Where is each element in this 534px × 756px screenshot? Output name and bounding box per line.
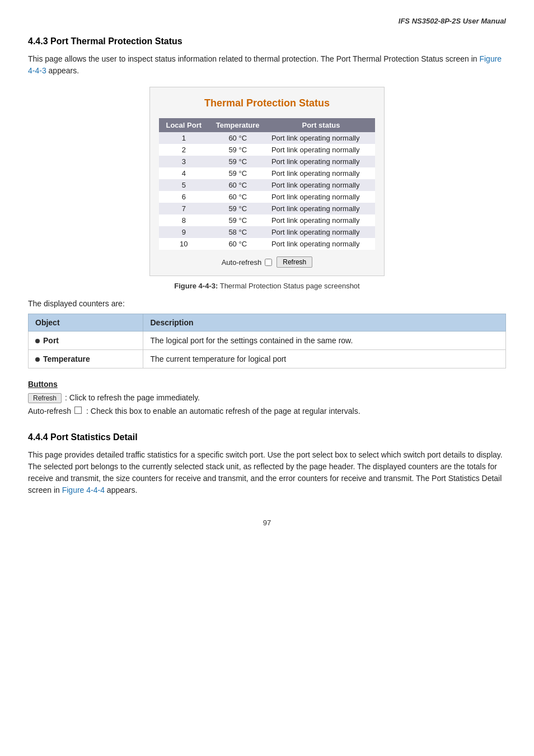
autorefresh-desc-text: : Check this box to enable an automatic … xyxy=(86,407,360,416)
table-row: 4 59 °C Port link operating normally xyxy=(159,167,375,179)
cell-port: 8 xyxy=(159,214,209,226)
refresh-row: Auto-refresh Refresh xyxy=(159,256,375,268)
cell-status: Port link operating normally xyxy=(267,238,375,250)
cell-port: 7 xyxy=(159,203,209,214)
cell-status: Port link operating normally xyxy=(267,132,375,144)
table-row: 7 59 °C Port link operating normally xyxy=(159,203,375,214)
figure-caption-text: Thermal Protection Status page screensho… xyxy=(220,282,360,290)
figure-caption: Figure 4-4-3: Thermal Protection Status … xyxy=(28,282,506,290)
cell-port: 5 xyxy=(159,179,209,191)
table-row: 10 60 °C Port link operating normally xyxy=(159,238,375,250)
desc-table-row: Port The logical port for the settings c… xyxy=(29,332,506,350)
table-row: 3 59 °C Port link operating normally xyxy=(159,156,375,167)
section-443-intro: This page allows the user to inspect sta… xyxy=(28,53,506,77)
cell-port: 1 xyxy=(159,132,209,144)
cell-temp: 59 °C xyxy=(209,214,267,226)
cell-status: Port link operating normally xyxy=(267,179,375,191)
refresh-button[interactable]: Refresh xyxy=(277,256,312,268)
col-temperature: Temperature xyxy=(209,118,267,132)
cell-temp: 59 °C xyxy=(209,203,267,214)
document-title: IFS NS3502-8P-2S User Manual xyxy=(399,17,506,25)
cell-temp: 60 °C xyxy=(209,132,267,144)
table-row: 9 58 °C Port link operating normally xyxy=(159,226,375,238)
buttons-title: Buttons xyxy=(28,380,506,389)
cell-temp: 59 °C xyxy=(209,144,267,156)
desc-object: Port xyxy=(29,332,143,350)
autorefresh-button-desc: Auto-refresh : Check this box to enable … xyxy=(28,407,506,416)
section-444-heading: 4.4.4 Port Statistics Detail xyxy=(28,432,506,442)
table-row: 6 60 °C Port link operating normally xyxy=(159,191,375,203)
cell-temp: 58 °C xyxy=(209,226,267,238)
figure-444-link[interactable]: Figure 4-4-4 xyxy=(62,486,105,494)
desc-object: Temperature xyxy=(29,350,143,368)
col-port-status: Port status xyxy=(267,118,375,132)
auto-refresh-checkbox[interactable] xyxy=(265,259,272,266)
description-table: Object Description Port The logical port… xyxy=(28,314,506,368)
desc-table-row: Temperature The current temperature for … xyxy=(29,350,506,368)
refresh-desc-text: : Click to refresh the page immediately. xyxy=(65,393,200,402)
cell-status: Port link operating normally xyxy=(267,167,375,179)
top-right-header: IFS NS3502-8P-2S User Manual xyxy=(28,17,506,25)
cell-temp: 59 °C xyxy=(209,167,267,179)
section-444-body: This page provides detailed traffic stat… xyxy=(28,449,506,496)
autorefresh-inline-checkbox[interactable] xyxy=(74,407,82,414)
cell-port: 9 xyxy=(159,226,209,238)
cell-status: Port link operating normally xyxy=(267,203,375,214)
table-row: 2 59 °C Port link operating normally xyxy=(159,144,375,156)
cell-temp: 60 °C xyxy=(209,179,267,191)
buttons-section: Buttons Refresh : Click to refresh the p… xyxy=(28,380,506,416)
cell-port: 6 xyxy=(159,191,209,203)
cell-port: 3 xyxy=(159,156,209,167)
table-row: 8 59 °C Port link operating normally xyxy=(159,214,375,226)
cell-temp: 60 °C xyxy=(209,238,267,250)
figure-443-link[interactable]: Figure 4-4-3 xyxy=(28,54,502,75)
cell-temp: 60 °C xyxy=(209,191,267,203)
col-local-port: Local Port xyxy=(159,118,209,132)
table-row: 5 60 °C Port link operating normally xyxy=(159,179,375,191)
counters-label: The displayed counters are: xyxy=(28,299,506,308)
desc-col-description: Description xyxy=(143,314,506,332)
cell-status: Port link operating normally xyxy=(267,156,375,167)
cell-port: 4 xyxy=(159,167,209,179)
cell-port: 2 xyxy=(159,144,209,156)
desc-col-object: Object xyxy=(29,314,143,332)
cell-status: Port link operating normally xyxy=(267,191,375,203)
auto-refresh-label: Auto-refresh xyxy=(222,258,262,267)
cell-status: Port link operating normally xyxy=(267,226,375,238)
figure-caption-label: Figure 4-4-3: xyxy=(174,282,218,290)
thermal-protection-screenshot: Thermal Protection Status Local Port Tem… xyxy=(149,87,385,276)
table-row: 1 60 °C Port link operating normally xyxy=(159,132,375,144)
cell-status: Port link operating normally xyxy=(267,144,375,156)
thermal-table: Local Port Temperature Port status 1 60 … xyxy=(159,118,375,250)
cell-temp: 59 °C xyxy=(209,156,267,167)
page-number: 97 xyxy=(28,519,506,527)
cell-status: Port link operating normally xyxy=(267,214,375,226)
cell-port: 10 xyxy=(159,238,209,250)
refresh-button-desc: Refresh : Click to refresh the page imme… xyxy=(28,393,506,403)
section-443-heading: 4.4.3 Port Thermal Protection Status xyxy=(28,36,506,46)
desc-description: The current temperature for logical port xyxy=(143,350,506,368)
autorefresh-label-text: Auto-refresh xyxy=(28,407,71,416)
refresh-inline-btn[interactable]: Refresh xyxy=(28,393,62,403)
desc-description: The logical port for the settings contai… xyxy=(143,332,506,350)
screenshot-title: Thermal Protection Status xyxy=(159,97,375,109)
